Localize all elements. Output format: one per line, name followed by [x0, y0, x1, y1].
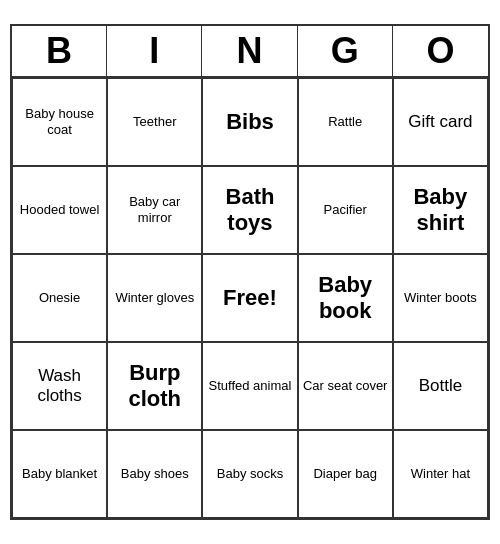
bingo-cell: Burp cloth	[107, 342, 202, 430]
cell-text: Gift card	[408, 112, 472, 132]
cell-text: Baby house coat	[17, 106, 102, 137]
bingo-cell: Free!	[202, 254, 297, 342]
bingo-cell: Car seat cover	[298, 342, 393, 430]
cell-text: Baby book	[303, 272, 388, 325]
cell-text: Winter hat	[411, 466, 470, 482]
bingo-cell: Stuffed animal	[202, 342, 297, 430]
bingo-card: BINGO Baby house coatTeetherBibsRattleGi…	[10, 24, 490, 520]
cell-text: Pacifier	[324, 202, 367, 218]
bingo-cell: Onesie	[12, 254, 107, 342]
header-letter: B	[12, 26, 107, 76]
cell-text: Onesie	[39, 290, 80, 306]
cell-text: Baby shirt	[398, 184, 483, 237]
cell-text: Winter gloves	[115, 290, 194, 306]
cell-text: Wash cloths	[17, 366, 102, 407]
bingo-cell: Bath toys	[202, 166, 297, 254]
bingo-cell: Rattle	[298, 78, 393, 166]
header-letter: I	[107, 26, 202, 76]
bingo-cell: Bibs	[202, 78, 297, 166]
cell-text: Diaper bag	[313, 466, 377, 482]
cell-text: Bottle	[419, 376, 462, 396]
cell-text: Free!	[223, 285, 277, 311]
cell-text: Car seat cover	[303, 378, 388, 394]
header-letter: G	[298, 26, 393, 76]
cell-text: Rattle	[328, 114, 362, 130]
cell-text: Baby shoes	[121, 466, 189, 482]
cell-text: Hooded towel	[20, 202, 100, 218]
bingo-header: BINGO	[12, 26, 488, 78]
bingo-cell: Winter gloves	[107, 254, 202, 342]
header-letter: O	[393, 26, 488, 76]
bingo-cell: Baby shoes	[107, 430, 202, 518]
cell-text: Stuffed animal	[209, 378, 292, 394]
header-letter: N	[202, 26, 297, 76]
cell-text: Baby socks	[217, 466, 283, 482]
cell-text: Bibs	[226, 109, 274, 135]
cell-text: Baby blanket	[22, 466, 97, 482]
bingo-grid: Baby house coatTeetherBibsRattleGift car…	[12, 78, 488, 518]
cell-text: Bath toys	[207, 184, 292, 237]
bingo-cell: Baby blanket	[12, 430, 107, 518]
bingo-cell: Baby house coat	[12, 78, 107, 166]
bingo-cell: Hooded towel	[12, 166, 107, 254]
bingo-cell: Bottle	[393, 342, 488, 430]
cell-text: Baby car mirror	[112, 194, 197, 225]
cell-text: Burp cloth	[112, 360, 197, 413]
bingo-cell: Baby car mirror	[107, 166, 202, 254]
bingo-cell: Wash cloths	[12, 342, 107, 430]
cell-text: Winter boots	[404, 290, 477, 306]
bingo-cell: Teether	[107, 78, 202, 166]
bingo-cell: Baby book	[298, 254, 393, 342]
bingo-cell: Gift card	[393, 78, 488, 166]
bingo-cell: Winter boots	[393, 254, 488, 342]
bingo-cell: Diaper bag	[298, 430, 393, 518]
bingo-cell: Winter hat	[393, 430, 488, 518]
bingo-cell: Pacifier	[298, 166, 393, 254]
cell-text: Teether	[133, 114, 176, 130]
bingo-cell: Baby socks	[202, 430, 297, 518]
bingo-cell: Baby shirt	[393, 166, 488, 254]
